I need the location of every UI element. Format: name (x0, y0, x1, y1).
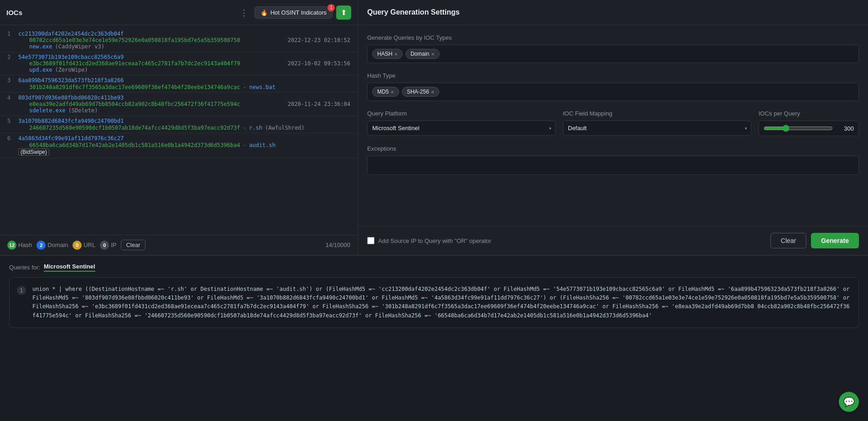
generate-button[interactable]: Generate (811, 233, 859, 248)
ip-label: IP (111, 242, 116, 248)
exceptions-label: Exceptions (367, 145, 859, 152)
mapping-select-wrapper: Default Custom ▾ (563, 121, 751, 136)
domain-label: Domain (47, 242, 68, 248)
platform-row: Query Platform Microsoft Sentinel Splunk… (367, 110, 859, 136)
list-item: 3 6aa899b47596323da573fb218f3a8266 301b2… (0, 75, 358, 93)
platform-select-wrapper: Microsoft Sentinel Splunk QRadar Elastic… (367, 121, 556, 136)
md5-tag: MD5 × (372, 87, 399, 97)
platform-select[interactable]: Microsoft Sentinel Splunk QRadar Elastic (367, 121, 556, 136)
query-result-box: 1 union * | where ((DestinationHostname … (9, 277, 859, 328)
hot-osint-label: Hot OSINT Indicators (270, 9, 327, 16)
list-item: 4 803df907d936e08fbbd06020c411be93 e8eaa… (0, 93, 358, 116)
platform-tab[interactable]: Microsoft Sentinel (44, 263, 95, 272)
ioc-list: 1 cc213200daf4202e2454dc2c363db04f 00782… (0, 25, 358, 235)
ioc-types-section: Generate Queries by IOC Types HASH × Dom… (367, 34, 859, 63)
per-query-section: IOCs per Query 300 (759, 110, 859, 136)
ioc-types-label: Generate Queries by IOC Types (367, 34, 859, 41)
query-panel-footer: Add Source IP to Query with "OR" operato… (358, 226, 868, 255)
ioc-header: IOCs ⋮ 🔥 Hot OSINT Indicators 1 ⬆ (0, 0, 358, 25)
query-generation-panel: Query Generation Settings Generate Queri… (358, 0, 868, 255)
hash-type-label: Hash Type (367, 72, 859, 79)
exceptions-input[interactable] (367, 156, 859, 175)
platform-section: Query Platform Microsoft Sentinel Splunk… (367, 110, 556, 136)
ip-badge: 0 IP (100, 241, 116, 250)
sha256-tag-remove[interactable]: × (431, 89, 435, 95)
ioc-counter: 14/10000 (326, 242, 350, 248)
hash-tag-remove[interactable]: × (394, 51, 398, 58)
query-text: union * | where ((DestinationHostname =~… (32, 285, 851, 320)
url-badge: 0 URL (73, 241, 95, 250)
domain-count: 2 (36, 241, 46, 250)
mapping-label: IOC Field Mapping (563, 110, 751, 117)
ioc-types-tags: HASH × Domain × (367, 45, 859, 63)
hash-type-tags: MD5 × SHA-256 × (367, 83, 859, 101)
mapping-section: IOC Field Mapping Default Custom ▾ (563, 110, 751, 136)
hash-label: Hash (18, 242, 32, 248)
chat-button[interactable]: 💬 (839, 392, 859, 412)
add-source-checkbox[interactable] (367, 237, 374, 244)
add-source-label: Add Source IP to Query with "OR" operato… (378, 237, 491, 244)
per-query-label: IOCs per Query (759, 110, 859, 117)
sha256-tag: SHA-256 × (402, 87, 439, 97)
ioc-panel: IOCs ⋮ 🔥 Hot OSINT Indicators 1 ⬆ 1 cc21… (0, 0, 358, 255)
exceptions-section: Exceptions (367, 145, 859, 176)
action-buttons: Clear Generate (770, 233, 859, 248)
md5-tag-remove[interactable]: × (390, 89, 394, 95)
ioc-row-main: 1 cc213200daf4202e2454dc2c363db04f (7, 31, 350, 37)
domain-tag-remove[interactable]: × (431, 51, 435, 58)
clear-button[interactable]: Clear (770, 233, 806, 248)
upload-button[interactable]: ⬆ (336, 5, 351, 20)
query-number: 1 (17, 286, 26, 295)
list-item: 1 cc213200daf4202e2454dc2c363db04f 00782… (0, 29, 358, 52)
platform-label: Query Platform (367, 110, 556, 117)
more-options-icon[interactable]: ⋮ (237, 7, 251, 18)
url-label: URL (83, 242, 95, 248)
list-item: 6 4a5863d34fc99e91af11dd7976c36c27 66548… (0, 133, 358, 158)
hash-type-section: Hash Type MD5 × SHA-256 × (367, 72, 859, 101)
domain-tag: Domain × (405, 49, 440, 59)
bottom-panel: Queries for: Microsoft Sentinel 1 union … (0, 256, 868, 335)
queries-for-label: Queries for: (9, 264, 40, 271)
per-query-slider[interactable] (764, 125, 833, 132)
hash-badge: 12 Hash (7, 241, 32, 250)
url-count: 0 (73, 241, 82, 250)
queries-for-header: Queries for: Microsoft Sentinel (9, 263, 859, 272)
ioc-clear-button[interactable]: Clear (121, 240, 145, 250)
query-panel-title: Query Generation Settings (367, 8, 460, 16)
per-query-value: 300 (837, 125, 854, 132)
hash-count: 12 (7, 241, 16, 250)
mapping-select[interactable]: Default Custom (563, 121, 751, 136)
add-source-row: Add Source IP to Query with "OR" operato… (367, 237, 491, 244)
fire-icon: 🔥 (260, 9, 268, 16)
ip-count: 0 (100, 241, 109, 250)
hash-tag: HASH × (372, 49, 403, 59)
query-panel-header: Query Generation Settings (358, 0, 868, 25)
list-item: 5 3a1070b882d6843fcfa9490c24700bd1 24660… (0, 116, 358, 133)
hot-osint-button[interactable]: 🔥 Hot OSINT Indicators 1 (255, 6, 333, 19)
query-panel-body: Generate Queries by IOC Types HASH × Dom… (358, 25, 868, 226)
ioc-panel-title: IOCs (6, 9, 22, 16)
ioc-row-secondary: 00782ccd65a1e03e3e74ce1e59e752926e0a0508… (18, 37, 350, 43)
list-item: 2 54e5773071b193e109cbacc82565c6a9 e3bc3… (0, 52, 358, 75)
hot-osint-badge: 1 (327, 4, 335, 11)
per-query-control: 300 (759, 121, 859, 136)
ioc-header-actions: ⋮ 🔥 Hot OSINT Indicators 1 ⬆ (237, 5, 351, 20)
ioc-footer: 12 Hash 2 Domain 0 URL 0 IP Clear 14/100… (0, 235, 358, 255)
domain-badge: 2 Domain (36, 241, 68, 250)
